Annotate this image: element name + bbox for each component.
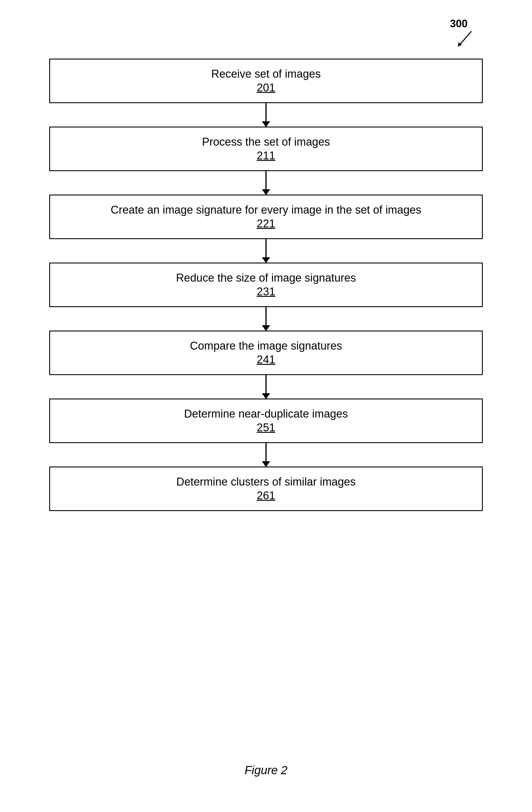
arrow-231-to-241 <box>265 307 267 331</box>
svg-line-0 <box>460 31 472 45</box>
box-241-title: Compare the image signatures <box>62 339 470 352</box>
box-201-number: 201 <box>62 82 470 94</box>
box-231-number: 231 <box>62 286 470 298</box>
box-receive-set-of-images: Receive set of images 201 <box>49 59 483 103</box>
box-261-title: Determine clusters of similar images <box>62 476 470 488</box>
box-221-title: Create an image signature for every imag… <box>62 204 470 216</box>
box-determine-clusters-similar-images: Determine clusters of similar images 261 <box>49 466 483 511</box>
box-process-set-of-images: Process the set of images 211 <box>49 127 483 171</box>
box-251-title: Determine near-duplicate images <box>62 408 470 420</box>
box-221-number: 221 <box>62 217 470 230</box>
box-251-number: 251 <box>62 421 470 434</box>
arrow-201-to-211 <box>265 103 267 127</box>
arrow-221-to-231 <box>265 239 267 263</box>
box-211-number: 211 <box>62 149 470 162</box>
box-201-title: Receive set of images <box>62 68 470 80</box>
arrow-251-to-261 <box>265 443 267 466</box>
diagram-container: 300 Receive set of images 201 Process th… <box>0 0 532 812</box>
figure-label: Figure 2 <box>245 764 288 777</box>
box-241-number: 241 <box>62 353 470 366</box>
arrow-211-to-221 <box>265 171 267 194</box>
arrow-241-to-251 <box>265 375 267 398</box>
box-create-image-signature: Create an image signature for every imag… <box>49 194 483 239</box>
box-261-number: 261 <box>62 489 470 502</box>
box-231-title: Reduce the size of image signatures <box>62 272 470 284</box>
box-211-title: Process the set of images <box>62 136 470 148</box>
flowchart: Receive set of images 201 Process the se… <box>49 59 483 511</box>
box-compare-image-signatures: Compare the image signatures 241 <box>49 331 483 375</box>
reference-arrow-300 <box>454 28 475 48</box>
box-determine-near-duplicate-images: Determine near-duplicate images 251 <box>49 398 483 443</box>
box-reduce-size-image-signatures: Reduce the size of image signatures 231 <box>49 263 483 307</box>
